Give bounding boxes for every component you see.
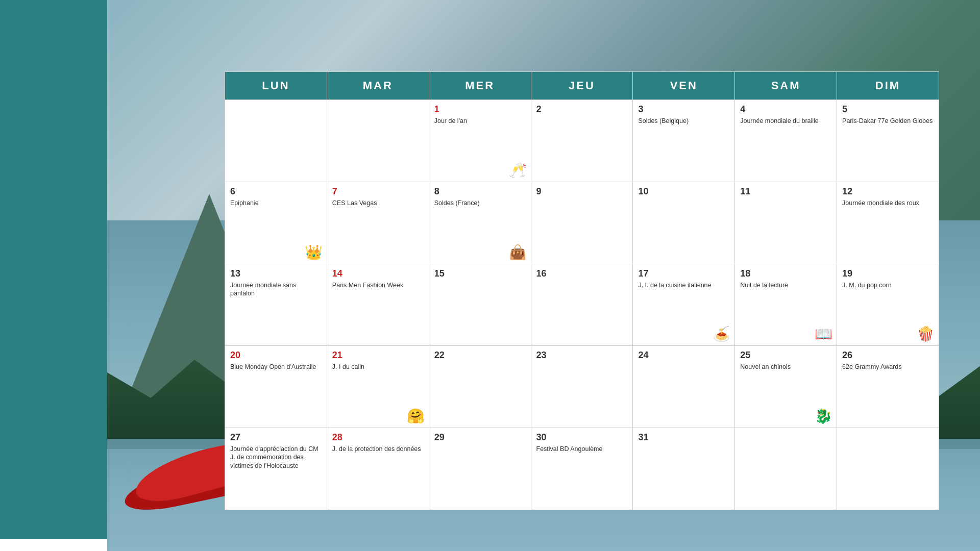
- day-number: 1: [434, 104, 526, 115]
- day-number: 12: [842, 186, 934, 197]
- day-event: Soldes (France): [434, 199, 526, 207]
- header-mer: MER: [429, 72, 531, 100]
- day-number: 6: [230, 186, 322, 197]
- day-number: 22: [434, 350, 526, 361]
- calendar-week-row: 27Journée d'appréciaction du CM J. de co…: [225, 428, 939, 510]
- day-event: J. de la protection des données: [332, 445, 424, 453]
- day-number: 24: [638, 350, 729, 361]
- logo-area: [0, 539, 107, 551]
- day-event: J. I. de la cuisine italienne: [638, 281, 729, 289]
- calendar-cell: 27Journée d'appréciaction du CM J. de co…: [225, 428, 327, 510]
- calendar-table: LUN MAR MER JEU VEN SAM DIM 1Jour de l'a…: [225, 71, 939, 510]
- calendar-week-row: 13Journée mondiale sans pantalon14Paris …: [225, 264, 939, 346]
- calendar-cell: 5Paris-Dakar 77e Golden Globes: [837, 100, 939, 182]
- day-event: J. M. du pop corn: [842, 281, 934, 289]
- header-mar: MAR: [327, 72, 429, 100]
- header-jeu: JEU: [531, 72, 633, 100]
- sidebar: [0, 0, 107, 551]
- calendar-cell: 10: [633, 182, 735, 264]
- day-number: 31: [638, 432, 729, 443]
- day-number: 5: [842, 104, 934, 115]
- calendar-cell: 14Paris Men Fashion Week: [327, 264, 429, 346]
- calendar-cell: 6Epiphanie👑: [225, 182, 327, 264]
- calendar-cell: 21J. I du calin🤗: [327, 346, 429, 428]
- day-emoji: 📖: [815, 325, 832, 342]
- day-emoji: 🤗: [407, 408, 425, 424]
- calendar-cell: 31: [633, 428, 735, 510]
- header-sam: SAM: [735, 72, 837, 100]
- calendar-cell: [225, 100, 327, 182]
- calendar-cell: 9: [531, 182, 633, 264]
- day-event: Paris Men Fashion Week: [332, 281, 424, 289]
- day-emoji: 👜: [509, 244, 527, 261]
- day-number: 27: [230, 432, 322, 443]
- calendar-cell: 2: [531, 100, 633, 182]
- header-ven: VEN: [633, 72, 735, 100]
- calendar-cell: 19J. M. du pop corn🍿: [837, 264, 939, 346]
- day-number: 23: [536, 350, 628, 361]
- day-event: Soldes (Belgique): [638, 117, 729, 125]
- calendar-cell: 24: [633, 346, 735, 428]
- header-dim: DIM: [837, 72, 939, 100]
- day-number: 29: [434, 432, 526, 443]
- calendar-cell: 18Nuit de la lecture📖: [735, 264, 837, 346]
- day-number: 16: [536, 268, 628, 279]
- calendar-cell: 8Soldes (France)👜: [429, 182, 531, 264]
- day-number: 10: [638, 186, 729, 197]
- calendar-header-row: LUN MAR MER JEU VEN SAM DIM: [225, 72, 939, 100]
- day-number: 2: [536, 104, 628, 115]
- calendar-cell: 2662e Grammy Awards: [837, 346, 939, 428]
- calendar-week-row: 20Blue Monday Open d'Australie21J. I du …: [225, 346, 939, 428]
- day-number: 15: [434, 268, 526, 279]
- calendar-cell: 17J. I. de la cuisine italienne🍝: [633, 264, 735, 346]
- calendar-cell: 29: [429, 428, 531, 510]
- day-emoji: 👑: [305, 244, 323, 261]
- day-event: 62e Grammy Awards: [842, 363, 934, 371]
- day-event: J. I du calin: [332, 363, 424, 371]
- day-number: 14: [332, 268, 424, 279]
- calendar-week-row: 1Jour de l'an🥂23Soldes (Belgique)4Journé…: [225, 100, 939, 182]
- calendar-cell: 15: [429, 264, 531, 346]
- calendar-cell: [735, 428, 837, 510]
- day-number: 18: [740, 268, 831, 279]
- calendar-cell: 23: [531, 346, 633, 428]
- calendar-container: LUN MAR MER JEU VEN SAM DIM 1Jour de l'a…: [225, 71, 939, 510]
- day-number: 3: [638, 104, 729, 115]
- day-number: 9: [536, 186, 628, 197]
- calendar-cell: 22: [429, 346, 531, 428]
- header-lun: LUN: [225, 72, 327, 100]
- day-number: 25: [740, 350, 831, 361]
- day-number: 20: [230, 350, 322, 361]
- day-event: Festival BD Angoulème: [536, 445, 628, 453]
- calendar-cell: 16: [531, 264, 633, 346]
- day-emoji: 🐉: [815, 408, 832, 424]
- day-event: Journée mondiale sans pantalon: [230, 281, 322, 298]
- day-event: Paris-Dakar 77e Golden Globes: [842, 117, 934, 125]
- calendar-cell: 4Journée mondiale du braille: [735, 100, 837, 182]
- day-number: 13: [230, 268, 322, 279]
- calendar-cell: 30Festival BD Angoulème: [531, 428, 633, 510]
- day-event: Blue Monday Open d'Australie: [230, 363, 322, 371]
- day-number: 28: [332, 432, 424, 443]
- day-event: Jour de l'an: [434, 117, 526, 125]
- calendar-cell: 12Journée mondiale des roux: [837, 182, 939, 264]
- day-event: CES Las Vegas: [332, 199, 424, 207]
- day-number: 17: [638, 268, 729, 279]
- day-emoji: 🥂: [509, 162, 527, 179]
- day-number: 8: [434, 186, 526, 197]
- day-emoji: 🍿: [917, 325, 935, 342]
- day-emoji: 🍝: [713, 325, 730, 342]
- day-number: 21: [332, 350, 424, 361]
- day-number: 4: [740, 104, 831, 115]
- day-event: Epiphanie: [230, 199, 322, 207]
- day-event: Journée mondiale des roux: [842, 199, 934, 207]
- day-event: Journée d'appréciaction du CM J. de comm…: [230, 445, 322, 470]
- calendar-cell: 25Nouvel an chinois🐉: [735, 346, 837, 428]
- day-number: 30: [536, 432, 628, 443]
- calendar-cell: [837, 428, 939, 510]
- calendar-cell: 28J. de la protection des données: [327, 428, 429, 510]
- day-number: 7: [332, 186, 424, 197]
- calendar-cell: 20Blue Monday Open d'Australie: [225, 346, 327, 428]
- day-number: 26: [842, 350, 934, 361]
- day-event: Nouvel an chinois: [740, 363, 831, 371]
